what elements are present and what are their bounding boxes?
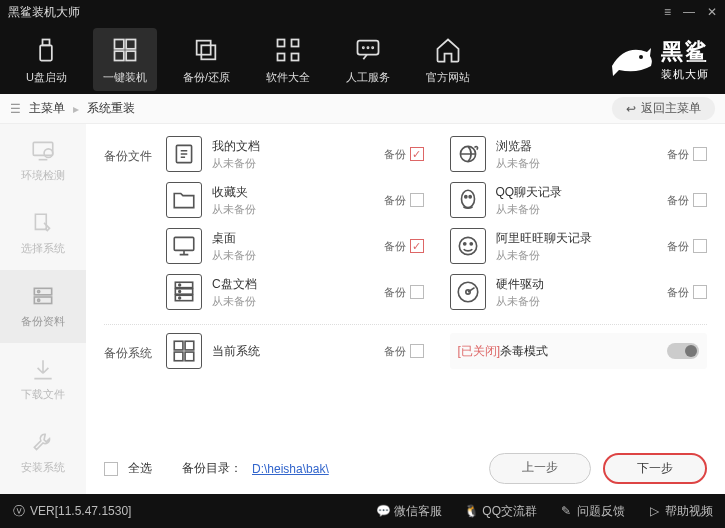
- kill-status: [已关闭]: [458, 343, 501, 360]
- statusbar: ⓥVER[11.5.47.1530] 💬微信客服 🐧QQ交流群 ✎问题反馈 ▷帮…: [0, 494, 725, 528]
- return-icon: ↩: [626, 102, 636, 116]
- list-icon: ☰: [10, 102, 21, 116]
- grid-icon: [272, 34, 304, 66]
- svg-point-27: [469, 196, 471, 198]
- backup-checkbox[interactable]: [693, 239, 707, 253]
- item-sub: 从未备份: [496, 156, 658, 171]
- menu-icon[interactable]: ≡: [664, 5, 671, 19]
- return-button[interactable]: ↩ 返回主菜单: [612, 97, 715, 120]
- svg-rect-43: [185, 352, 194, 361]
- qq-icon: [450, 182, 486, 218]
- wechat-link[interactable]: 💬微信客服: [376, 503, 442, 520]
- item-sub: 从未备份: [496, 294, 658, 309]
- svg-point-21: [38, 291, 40, 293]
- backup-checkbox[interactable]: [410, 239, 424, 253]
- backup-label: 备份: [667, 147, 689, 162]
- svg-point-36: [179, 291, 181, 293]
- item-sub: 从未备份: [496, 202, 658, 217]
- item-sub: 从未备份: [212, 156, 374, 171]
- chat-icon: [352, 34, 384, 66]
- windows-icon: [109, 34, 141, 66]
- svg-rect-34: [175, 295, 192, 300]
- doc-icon: [166, 136, 202, 172]
- backup-item: 收藏夹从未备份 备份: [166, 182, 424, 218]
- shark-icon: [607, 38, 655, 81]
- svg-rect-2: [114, 39, 123, 48]
- svg-point-18: [44, 149, 53, 158]
- sidebar-item-data[interactable]: 备份资料: [0, 270, 86, 343]
- nav-usb[interactable]: U盘启动: [16, 28, 77, 91]
- sidebar-item-install[interactable]: 安装系统: [0, 416, 86, 489]
- section-system-label: 备份系统: [104, 333, 166, 362]
- selectall-checkbox[interactable]: [104, 462, 118, 476]
- backup-checkbox[interactable]: [693, 285, 707, 299]
- item-name: 桌面: [212, 230, 374, 247]
- minimize-icon[interactable]: —: [683, 5, 695, 19]
- svg-rect-32: [175, 282, 192, 287]
- item-sub: 从未备份: [212, 294, 374, 309]
- backup-dir-label: 备份目录：: [182, 460, 242, 477]
- backup-label: 备份: [384, 285, 406, 300]
- backup-checkbox[interactable]: [410, 344, 424, 358]
- svg-point-22: [38, 299, 40, 301]
- backup-item: 阿里旺旺聊天记录从未备份 备份: [450, 228, 708, 264]
- sidebar-item-sys[interactable]: 选择系统: [0, 197, 86, 270]
- svg-point-30: [463, 243, 465, 245]
- svg-point-29: [459, 237, 476, 254]
- sidebar-item-env[interactable]: 环境检测: [0, 124, 86, 197]
- nav-backup[interactable]: 备份/还原: [173, 28, 240, 91]
- backup-label: 备份: [667, 193, 689, 208]
- svg-rect-42: [174, 352, 183, 361]
- item-sub: 从未备份: [212, 202, 374, 217]
- backup-checkbox[interactable]: [410, 147, 424, 161]
- kill-label: 杀毒模式: [500, 343, 548, 360]
- backup-checkbox[interactable]: [410, 285, 424, 299]
- feedback-link[interactable]: ✎问题反馈: [559, 503, 625, 520]
- titlebar: 黑鲨装机大师 ≡ — ✕: [0, 0, 725, 24]
- backup-item: 当前系统 备份: [166, 333, 424, 369]
- item-name: 收藏夹: [212, 184, 374, 201]
- usb-icon: [30, 34, 62, 66]
- version-label: ⓥVER[11.5.47.1530]: [12, 504, 131, 518]
- backup-item: C盘文档从未备份 备份: [166, 274, 424, 310]
- crumb-root[interactable]: 主菜单: [29, 100, 65, 117]
- backup-label: 备份: [384, 344, 406, 359]
- svg-point-26: [464, 196, 466, 198]
- backup-checkbox[interactable]: [410, 193, 424, 207]
- sidebar-item-dl[interactable]: 下载文件: [0, 343, 86, 416]
- backup-label: 备份: [384, 147, 406, 162]
- sidebar: 环境检测 选择系统 备份资料 下载文件 安装系统: [0, 124, 86, 494]
- help-link[interactable]: ▷帮助视频: [647, 503, 713, 520]
- backup-checkbox[interactable]: [693, 193, 707, 207]
- backup-item: 浏览器从未备份 备份: [450, 136, 708, 172]
- svg-point-25: [461, 190, 474, 207]
- backup-dir-link[interactable]: D:\heisha\bak\: [252, 462, 329, 476]
- svg-rect-1: [41, 45, 53, 60]
- qq-link[interactable]: 🐧QQ交流群: [464, 503, 537, 520]
- svg-point-13: [363, 47, 364, 48]
- nav-service[interactable]: 人工服务: [336, 28, 400, 91]
- win-icon: [166, 333, 202, 369]
- backup-item: QQ聊天记录从未备份 备份: [450, 182, 708, 218]
- svg-point-16: [639, 55, 643, 59]
- nav-site[interactable]: 官方网站: [416, 28, 480, 91]
- svg-rect-7: [202, 45, 216, 59]
- backup-checkbox[interactable]: [693, 147, 707, 161]
- backup-item: 我的文档从未备份 备份: [166, 136, 424, 172]
- folder-icon: [166, 182, 202, 218]
- close-icon[interactable]: ✕: [707, 5, 717, 19]
- ww-icon: [450, 228, 486, 264]
- nav-onekey[interactable]: 一键装机: [93, 28, 157, 91]
- help-icon: ▷: [647, 504, 661, 518]
- svg-rect-33: [175, 289, 192, 294]
- kill-toggle[interactable]: [667, 343, 699, 359]
- nav-software[interactable]: 软件大全: [256, 28, 320, 91]
- kill-mode-row: [已关闭] 杀毒模式: [450, 333, 708, 369]
- backup-item: 桌面从未备份 备份: [166, 228, 424, 264]
- next-button[interactable]: 下一步: [603, 453, 707, 484]
- svg-point-14: [367, 47, 368, 48]
- prev-button[interactable]: 上一步: [489, 453, 591, 484]
- home-icon: [432, 34, 464, 66]
- item-name: 硬件驱动: [496, 276, 658, 293]
- top-nav: U盘启动 一键装机 备份/还原 软件大全 人工服务 官方网站 黑鲨 装机大师: [0, 24, 725, 94]
